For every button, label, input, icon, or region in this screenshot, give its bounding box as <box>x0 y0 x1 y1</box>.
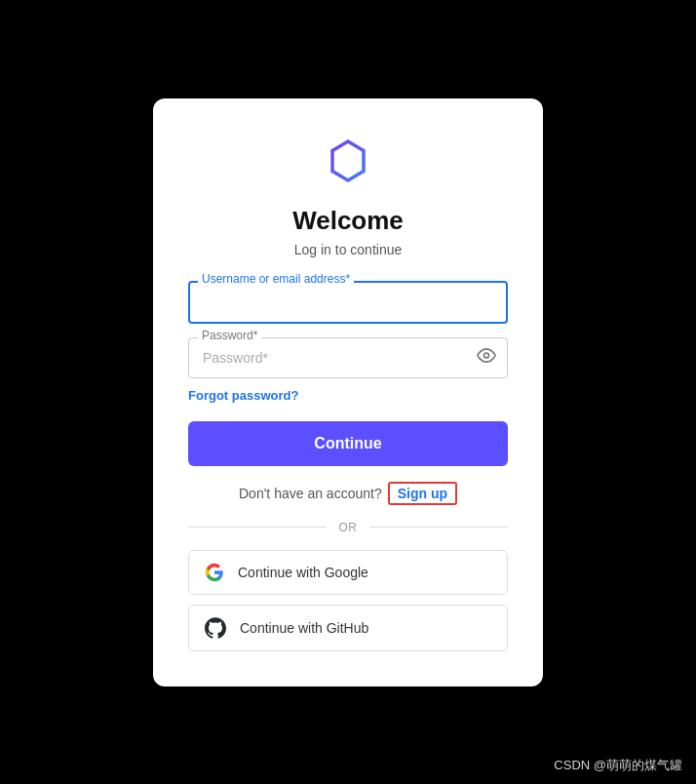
continue-with-google-button[interactable]: Continue with Google <box>188 550 508 595</box>
continue-button[interactable]: Continue <box>188 421 508 466</box>
password-label: Password* <box>198 329 261 342</box>
github-icon <box>205 617 226 639</box>
google-button-label: Continue with Google <box>238 565 368 580</box>
username-field-group: Username or email address* <box>188 281 508 324</box>
signup-row: Don't have an account? Sign up <box>188 482 508 505</box>
password-input[interactable] <box>188 337 508 378</box>
or-text: OR <box>338 521 357 534</box>
forgot-password-link[interactable]: Forgot password? <box>188 388 298 403</box>
username-input[interactable] <box>188 281 508 324</box>
password-field-group: Password* <box>188 337 508 378</box>
username-label: Username or email address* <box>198 272 354 286</box>
signup-prompt-text: Don't have an account? <box>239 486 382 501</box>
svg-point-0 <box>484 353 489 358</box>
page-title: Welcome <box>292 206 404 236</box>
logo-wrapper <box>325 137 371 188</box>
watermark: CSDN @萌萌的煤气罐 <box>554 757 682 774</box>
app-logo-icon <box>325 137 371 184</box>
page-subtitle: Log in to continue <box>294 242 403 257</box>
forgot-password-wrapper: Forgot password? <box>188 386 508 404</box>
continue-with-github-button[interactable]: Continue with GitHub <box>188 605 508 651</box>
toggle-password-icon[interactable] <box>477 345 496 370</box>
login-card: Welcome Log in to continue Username or e… <box>153 98 543 686</box>
or-divider: OR <box>188 521 508 534</box>
github-button-label: Continue with GitHub <box>240 620 368 636</box>
signup-link[interactable]: Sign up <box>388 482 457 505</box>
google-icon <box>205 563 224 582</box>
